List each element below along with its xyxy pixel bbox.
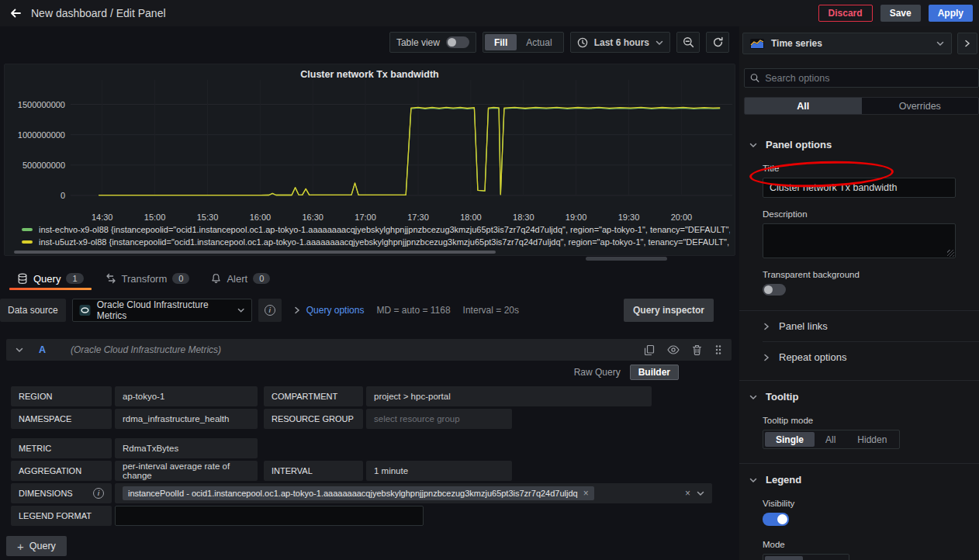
chevron-down-icon[interactable]: [16, 347, 23, 353]
options-search-input[interactable]: [765, 73, 973, 84]
datasource-help-button[interactable]: i: [258, 299, 282, 322]
query-inspector-button[interactable]: Query inspector: [624, 299, 714, 322]
top-bar: New dashboard / Edit Panel Discard Save …: [0, 0, 979, 26]
tab-all-options[interactable]: All: [745, 98, 862, 114]
fill-button[interactable]: Fill: [485, 34, 517, 50]
chevron-down-icon[interactable]: [697, 490, 704, 496]
repeat-options-label: Repeat options: [779, 351, 846, 363]
apply-button[interactable]: Apply: [929, 5, 973, 22]
dimensions-select[interactable]: instancePoolId - ocid1.instancepool.oc1.…: [115, 483, 712, 503]
tab-query[interactable]: Query 1: [6, 267, 95, 290]
back-button[interactable]: [0, 0, 31, 26]
query-ref-id: A: [39, 344, 46, 355]
transparent-background-toggle[interactable]: [763, 284, 786, 296]
clear-dimensions-icon[interactable]: ×: [685, 488, 690, 499]
save-button[interactable]: Save: [880, 5, 921, 22]
panel-options-header-label: Panel options: [766, 139, 832, 150]
svg-text:20:00: 20:00: [671, 213, 693, 222]
time-range-picker[interactable]: Last 6 hours: [570, 32, 670, 53]
namespace-select[interactable]: rdma_infrastructure_health: [115, 409, 258, 429]
hide-query-button[interactable]: [667, 345, 680, 354]
legend-format-input[interactable]: [115, 506, 424, 526]
horizontal-scrollbar[interactable]: [586, 257, 667, 261]
svg-text:16:30: 16:30: [302, 213, 323, 222]
tooltip-mode-label: Tooltip mode: [763, 416, 979, 425]
region-select[interactable]: ap-tokyo-1: [115, 386, 258, 406]
transparent-background-label: Transparent background: [763, 270, 979, 279]
refresh-button[interactable]: [706, 32, 729, 53]
tab-overrides[interactable]: Overrides: [862, 98, 979, 114]
tooltip-section: Tooltip Tooltip mode Single All Hidden: [739, 381, 979, 449]
legend-mode-list[interactable]: List: [765, 556, 803, 560]
chevron-right-icon[interactable]: [294, 306, 300, 314]
visualization-picker[interactable]: Time series: [742, 33, 952, 54]
table-view-toggle[interactable]: [446, 36, 469, 48]
remove-query-button[interactable]: [692, 344, 702, 355]
trash-icon: [692, 344, 702, 355]
interval-text: Interval = 20s: [463, 305, 519, 316]
aggregation-select[interactable]: per-interval average rate of change: [115, 461, 258, 481]
chevron-right-icon: [964, 40, 970, 47]
collapse-options-button[interactable]: [957, 33, 977, 54]
legend-header[interactable]: Legend: [739, 464, 979, 487]
dimensions-label-text: DIMENSIONS: [19, 489, 73, 498]
zoom-out-button[interactable]: [676, 32, 700, 53]
query-options-toggle[interactable]: Query options: [306, 305, 365, 316]
svg-text:500000000: 500000000: [22, 161, 65, 170]
drag-handle[interactable]: [714, 344, 722, 355]
tooltip-mode-single[interactable]: Single: [765, 432, 815, 447]
aggregation-label: AGGREGATION: [11, 461, 112, 481]
duplicate-query-button[interactable]: [644, 344, 655, 356]
builder-button[interactable]: Builder: [630, 365, 679, 380]
compartment-select[interactable]: project > hpc-portal: [366, 386, 652, 406]
datasource-picker[interactable]: Oracle Cloud Infrastructure Metrics: [72, 299, 252, 322]
panel-toolbar: Table view Fill Actual Last 6 hours: [389, 32, 729, 53]
tab-query-count: 1: [66, 273, 83, 284]
interval-select[interactable]: 1 minute: [366, 461, 512, 481]
dimension-tag: instancePoolId - ocid1.instancepool.oc1.…: [123, 486, 594, 500]
legend-mode-table[interactable]: Table: [803, 556, 847, 560]
chevron-down-icon: [749, 477, 757, 483]
legend-visibility-toggle[interactable]: [763, 513, 789, 526]
legend-item[interactable]: inst-echvo-x9-ol88 {instancepoolid="ocid…: [22, 223, 730, 236]
legend-scrollbar[interactable]: [14, 251, 496, 254]
resource-group-select[interactable]: select resource group: [366, 409, 512, 429]
tooltip-mode-all[interactable]: All: [815, 432, 846, 447]
legend-item[interactable]: inst-u5uzt-x9-ol88 {instancepoolid="ocid…: [22, 236, 730, 248]
legend-label: inst-u5uzt-x9-ol88 {instancepoolid="ocid…: [39, 237, 730, 247]
legend-header-label: Legend: [766, 474, 801, 486]
repeat-options-row[interactable]: Repeat options: [739, 342, 979, 372]
remove-dimension-icon[interactable]: ×: [583, 488, 589, 499]
tooltip-mode-hidden[interactable]: Hidden: [846, 432, 898, 447]
panel-title-input[interactable]: [763, 178, 956, 198]
svg-text:16:00: 16:00: [250, 213, 272, 222]
tab-transform[interactable]: Transform 0: [95, 267, 201, 290]
tooltip-header[interactable]: Tooltip: [739, 381, 979, 404]
dimensions-select-controls: ×: [685, 488, 704, 499]
add-query-button[interactable]: + Query: [6, 536, 67, 556]
table-view-label: Table view: [396, 37, 440, 48]
metric-select[interactable]: RdmaTxBytes: [115, 438, 258, 458]
actual-button[interactable]: Actual: [517, 34, 561, 50]
namespace-label: NAMESPACE: [11, 409, 112, 429]
copy-icon: [644, 344, 655, 356]
panel-options-header[interactable]: Panel options: [739, 129, 979, 152]
legend-visibility-label: Visibility: [763, 499, 979, 508]
time-range-label: Last 6 hours: [594, 37, 649, 48]
chart-legend: inst-echvo-x9-ol88 {instancepoolid="ocid…: [22, 223, 730, 248]
query-header-row[interactable]: A (Oracle Cloud Infrastructure Metrics): [6, 339, 732, 361]
svg-text:1000000000: 1000000000: [18, 130, 65, 140]
eye-icon: [667, 345, 680, 354]
panel-description-textarea[interactable]: [763, 223, 956, 258]
query-mode-switch: Raw Query Builder: [6, 365, 679, 380]
chevron-right-icon: [763, 323, 770, 330]
clock-icon: [577, 37, 588, 48]
tab-alert[interactable]: Alert 0: [200, 267, 281, 290]
raw-query-button[interactable]: Raw Query: [569, 365, 625, 379]
chevron-down-icon: [936, 40, 944, 47]
panel-links-row[interactable]: Panel links: [739, 311, 979, 341]
grafana-edit-panel-page: New dashboard / Edit Panel Discard Save …: [0, 0, 979, 560]
discard-button[interactable]: Discard: [818, 5, 873, 22]
region-label: REGION: [11, 386, 112, 406]
resize-handle[interactable]: [947, 250, 954, 257]
